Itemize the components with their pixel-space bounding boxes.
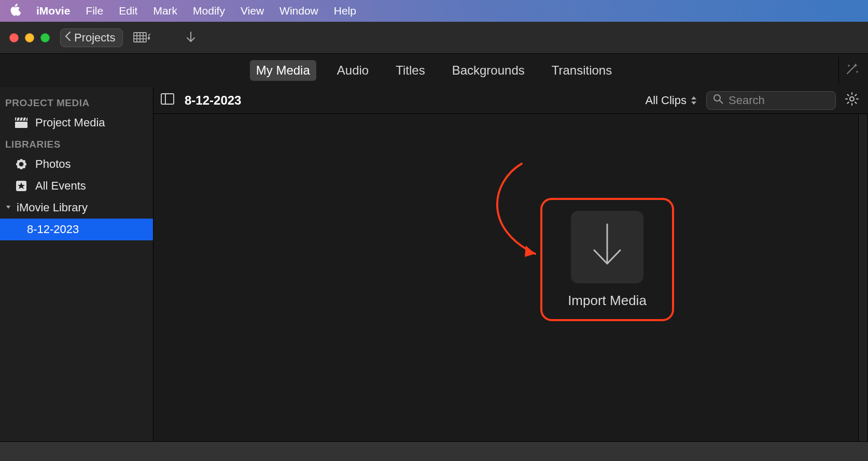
tab-my-media[interactable]: My Media xyxy=(250,60,316,81)
divider xyxy=(838,57,839,84)
enhance-wand-button[interactable] xyxy=(844,61,863,80)
back-to-projects-button[interactable]: Projects xyxy=(60,28,123,47)
menubar-edit[interactable]: Edit xyxy=(119,5,137,17)
menubar-modify[interactable]: Modify xyxy=(193,5,225,17)
apple-icon[interactable] xyxy=(9,4,21,18)
sidebar-item-label: All Events xyxy=(35,179,86,193)
window-controls xyxy=(9,33,50,42)
sidebar-item-imovie-library[interactable]: iMovie Library xyxy=(0,197,153,219)
clip-filter-popup[interactable]: All Clips xyxy=(646,94,697,107)
svg-point-20 xyxy=(22,160,25,163)
clapperboard-icon xyxy=(15,118,28,128)
sidebar-item-project-media[interactable]: Project Media xyxy=(0,112,153,134)
vertical-scrollbar[interactable] xyxy=(858,114,867,441)
browser-header: 8-12-2023 All Clips xyxy=(153,87,868,114)
tab-transitions[interactable]: Transitions xyxy=(545,60,618,81)
import-media-tile xyxy=(571,211,643,283)
minimize-window-button[interactable] xyxy=(25,33,34,42)
svg-line-41 xyxy=(855,95,856,96)
tab-backgrounds[interactable]: Backgrounds xyxy=(446,60,531,81)
media-browser: Import Media xyxy=(153,114,868,441)
close-window-button[interactable] xyxy=(9,33,19,42)
disclosure-triangle-icon xyxy=(5,204,12,212)
timeline-footer xyxy=(0,441,868,461)
svg-point-23 xyxy=(20,163,23,166)
sidebar-item-event-selected[interactable]: 8-12-2023 xyxy=(0,219,153,240)
svg-line-40 xyxy=(848,102,849,103)
sidebar-section-project-media: PROJECT MEDIA xyxy=(0,92,153,112)
import-media-button[interactable]: Import Media xyxy=(540,198,674,321)
menubar-view[interactable]: View xyxy=(241,5,264,17)
up-down-chevron-icon xyxy=(691,96,697,105)
settings-gear-button[interactable] xyxy=(845,92,861,108)
menubar-file[interactable]: File xyxy=(86,5,103,17)
svg-line-39 xyxy=(855,102,856,103)
sidebar-item-all-events[interactable]: All Events xyxy=(0,175,153,197)
download-arrow-icon xyxy=(589,222,625,271)
star-box-icon xyxy=(15,180,28,192)
library-sidebar: PROJECT MEDIA Project Media LIBRARIES Ph… xyxy=(0,87,153,441)
menubar-window[interactable]: Window xyxy=(279,5,318,17)
browser-tabs: My Media Audio Titles Backgrounds Transi… xyxy=(0,54,868,87)
menubar-help[interactable]: Help xyxy=(334,5,356,17)
svg-line-8 xyxy=(847,66,855,74)
back-label: Projects xyxy=(74,31,115,45)
sidebar-item-label: Photos xyxy=(35,157,71,171)
zoom-window-button[interactable] xyxy=(40,33,50,42)
svg-line-32 xyxy=(720,100,723,104)
svg-marker-26 xyxy=(6,206,10,209)
sidebar-item-label: 8-12-2023 xyxy=(27,223,79,236)
content-column: 8-12-2023 All Clips xyxy=(153,87,868,441)
menubar-app-name[interactable]: iMovie xyxy=(36,5,70,17)
tab-titles[interactable]: Titles xyxy=(389,60,431,81)
sidebar-section-libraries: LIBRARIES xyxy=(0,134,153,153)
search-icon xyxy=(713,94,723,107)
photos-flower-icon xyxy=(15,159,28,170)
svg-marker-30 xyxy=(691,102,696,105)
sidebar-item-label: iMovie Library xyxy=(17,201,88,214)
main-area: PROJECT MEDIA Project Media LIBRARIES Ph… xyxy=(0,87,868,441)
media-library-button[interactable] xyxy=(133,32,151,44)
import-button[interactable] xyxy=(182,31,200,45)
sidebar-item-photos[interactable]: Photos xyxy=(0,153,153,175)
sidebar-item-label: Project Media xyxy=(35,116,105,129)
chevron-left-icon xyxy=(65,32,71,44)
svg-point-31 xyxy=(714,95,720,101)
menubar-mark[interactable]: Mark xyxy=(153,5,177,17)
svg-rect-9 xyxy=(15,122,27,128)
search-input[interactable] xyxy=(729,94,829,107)
import-media-label: Import Media xyxy=(568,293,647,309)
filter-label: All Clips xyxy=(646,94,687,107)
svg-marker-29 xyxy=(691,96,696,99)
search-field[interactable] xyxy=(706,91,836,110)
toggle-sidebar-button[interactable] xyxy=(161,93,175,107)
svg-point-21 xyxy=(17,165,20,168)
svg-point-33 xyxy=(850,97,854,101)
macos-menubar: iMovie File Edit Mark Modify View Window… xyxy=(0,0,868,22)
browser-title: 8-12-2023 xyxy=(185,93,241,108)
svg-rect-27 xyxy=(161,94,174,104)
svg-line-38 xyxy=(848,95,849,96)
tab-audio[interactable]: Audio xyxy=(331,60,375,81)
window-titlebar: Projects xyxy=(0,22,868,54)
svg-marker-42 xyxy=(525,246,535,257)
svg-point-19 xyxy=(17,160,20,163)
svg-point-22 xyxy=(22,165,25,168)
